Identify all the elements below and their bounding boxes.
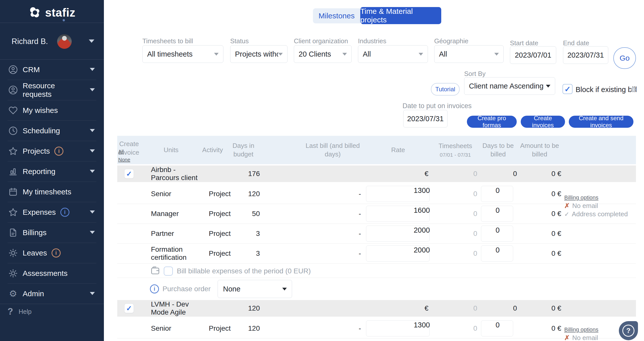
- document-icon: [8, 228, 18, 238]
- user-name: Richard B.: [12, 37, 48, 46]
- timesheets-to-bill-select[interactable]: All timesheets: [142, 45, 223, 63]
- days-to-bill-input[interactable]: [481, 321, 514, 329]
- gear-icon: ⚙: [8, 289, 18, 299]
- rate-input[interactable]: [366, 246, 435, 254]
- project-name: Airbnb - Parcours client: [141, 166, 201, 182]
- chevron-down-icon: [278, 53, 283, 56]
- amount-to-bill: 0 €: [517, 190, 562, 198]
- client-organization-select[interactable]: 20 Clients: [294, 45, 352, 63]
- sort-by-select[interactable]: Client name Ascending: [464, 77, 555, 95]
- sidebar-item-admin[interactable]: ⚙ Admin: [0, 284, 104, 304]
- x-mark-icon: ✗: [564, 202, 570, 210]
- go-button[interactable]: Go: [613, 47, 636, 69]
- invoice-date-input[interactable]: [404, 114, 447, 123]
- tab-time-material-projects[interactable]: Time & Material projects: [360, 7, 441, 24]
- user-menu[interactable]: Richard B.: [0, 30, 104, 53]
- header-days-in-budget: Days in budget: [224, 136, 263, 164]
- no-email-label: No email: [572, 334, 598, 341]
- status-select[interactable]: Projects witho...: [230, 45, 288, 63]
- view-tabs: Milestones Time & Material projects: [313, 8, 441, 23]
- info-icon[interactable]: i: [60, 208, 69, 217]
- sidebar-item-help[interactable]: ? Help: [8, 306, 31, 317]
- rate-input[interactable]: [366, 226, 435, 235]
- billing-options-link[interactable]: Billing options: [564, 325, 598, 334]
- sidebar-item-expenses[interactable]: Expenses i: [8, 202, 96, 223]
- create-and-send-invoices-button[interactable]: Create and send invoices: [569, 116, 633, 128]
- sidebar-item-label: Expenses: [23, 208, 56, 217]
- geographie-select[interactable]: All: [434, 45, 504, 63]
- info-icon[interactable]: i: [631, 87, 636, 92]
- activity: Project: [201, 249, 224, 258]
- rate-input[interactable]: [366, 186, 435, 195]
- purchase-order-select[interactable]: None: [218, 280, 292, 298]
- billing-options-link[interactable]: Billing options: [564, 193, 598, 202]
- group-timesheets: 0: [431, 304, 479, 312]
- create-invoice-checkbox[interactable]: ✓: [124, 169, 134, 179]
- filter-label: Timesheets to bill: [142, 37, 193, 45]
- tutorial-button[interactable]: Tutorial: [431, 83, 460, 96]
- sidebar-item-label: Billings: [23, 228, 47, 237]
- group-timesheets: 0: [431, 170, 479, 178]
- clock-icon: [8, 126, 18, 136]
- block-if-existing-bill-label: Block if existing bill: [576, 86, 637, 94]
- header-last-bill: Last bill (and billed days): [263, 136, 365, 164]
- unit-name: Senior: [141, 190, 201, 198]
- industries-select[interactable]: All: [358, 45, 428, 63]
- sun-icon: [8, 248, 18, 258]
- chevron-down-icon: [90, 291, 95, 296]
- sidebar-menu: CRM Resource requests My wishes Scheduli…: [0, 60, 104, 304]
- sidebar-item-reporting[interactable]: Reporting: [8, 161, 96, 182]
- billing-status-block: Billing options ✗No email ✓Address compl…: [564, 325, 628, 341]
- chevron-down-icon: [90, 149, 95, 153]
- sidebar-item-assessments[interactable]: Assessments: [8, 263, 96, 284]
- bill-expenses-label: Bill billable expenses of the period (0 …: [177, 267, 311, 275]
- sidebar-item-projects[interactable]: Projects i: [8, 141, 96, 161]
- sidebar-item-my-wishes[interactable]: My wishes: [8, 100, 96, 121]
- create-invoices-button[interactable]: Create invoices: [521, 116, 565, 128]
- create-pro-formas-button[interactable]: Create pro formas: [467, 116, 517, 128]
- create-invoice-checkbox[interactable]: ✓: [124, 304, 134, 313]
- timesheets-value: 0: [431, 210, 479, 218]
- info-icon[interactable]: i: [54, 147, 63, 156]
- info-icon[interactable]: i: [150, 284, 159, 293]
- days-to-bill-field: [481, 226, 513, 242]
- days-to-bill-input[interactable]: [481, 186, 514, 195]
- select-links: All None: [118, 148, 130, 164]
- filter-label: Start date: [510, 39, 538, 47]
- chevron-down-icon: [282, 288, 287, 290]
- billable-expenses-row: Bill billable expenses of the period (0 …: [117, 265, 636, 278]
- last-bill: -: [263, 249, 365, 258]
- days-to-bill-input[interactable]: [481, 246, 514, 254]
- tab-milestones[interactable]: Milestones: [313, 8, 360, 23]
- sidebar-item-leaves[interactable]: Leaves i: [8, 243, 96, 263]
- divider: [0, 23, 104, 23]
- rate-field: [366, 320, 430, 336]
- app-logo: stafiz: [0, 5, 104, 21]
- info-icon[interactable]: i: [52, 248, 61, 258]
- rate-input[interactable]: [366, 321, 435, 329]
- sidebar-item-crm[interactable]: CRM: [8, 60, 96, 80]
- select-none-link[interactable]: None: [118, 156, 130, 164]
- sidebar-item-billings[interactable]: Billings: [8, 223, 96, 243]
- bill-expenses-checkbox[interactable]: [164, 267, 173, 276]
- sidebar-item-scheduling[interactable]: Scheduling: [8, 121, 96, 141]
- block-if-existing-bill-checkbox[interactable]: ✓: [562, 84, 573, 94]
- days-to-bill-field: [481, 206, 513, 222]
- star-icon: [8, 207, 18, 217]
- invoice-date-label: Date to put on invoices: [403, 102, 472, 110]
- days-to-bill-input[interactable]: [481, 206, 514, 215]
- days-in-budget: 3: [224, 249, 263, 258]
- timesheets-value: 0: [431, 190, 479, 198]
- days-to-bill-input[interactable]: [481, 226, 514, 235]
- days-to-bill-field: [481, 186, 513, 202]
- end-date-input[interactable]: [563, 51, 608, 60]
- start-date-input[interactable]: [510, 51, 556, 60]
- sidebar-item-my-timesheets[interactable]: My timesheets: [8, 182, 96, 202]
- rate-input[interactable]: [366, 206, 435, 215]
- help-label: Help: [19, 308, 31, 315]
- group-days-in-budget: 176: [224, 170, 263, 178]
- sidebar-item-resource-requests[interactable]: Resource requests: [8, 80, 96, 100]
- header-timesheets-label: Timesheets: [438, 142, 472, 150]
- activity: Project: [201, 324, 224, 332]
- select-all-link[interactable]: All: [118, 148, 130, 156]
